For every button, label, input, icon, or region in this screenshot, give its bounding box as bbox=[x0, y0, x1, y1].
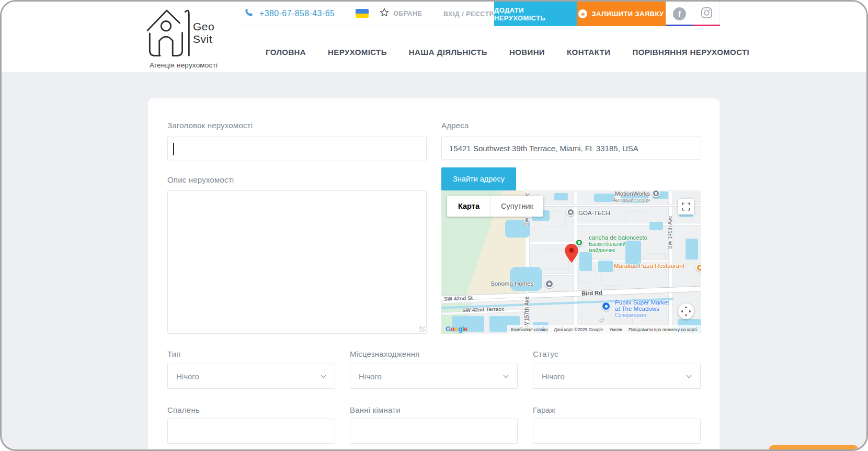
poi-goatech[interactable]: GOA-TECH bbox=[578, 210, 610, 216]
nav-item-properties[interactable]: НЕРУХОМІСТЬ bbox=[328, 48, 387, 57]
map-type-satellite-button[interactable]: Супутник bbox=[491, 196, 543, 217]
flag-blue-band bbox=[356, 9, 369, 14]
google-map[interactable]: Bird Rd SW 42nd St SW 42nd Terrace SW 14… bbox=[441, 190, 701, 334]
main-nav: ГОЛОВНА НЕРУХОМІСТЬ НАША ДІЯЛЬНІСТЬ НОВИ… bbox=[266, 48, 749, 57]
map-water bbox=[510, 267, 542, 291]
leave-request-button[interactable]: + ЗАЛИШИТИ ЗАЯВКУ bbox=[577, 2, 666, 26]
map-water bbox=[649, 222, 663, 230]
address-label: Адреса bbox=[441, 121, 469, 130]
nav-item-activity[interactable]: НАША ДІЯЛЬНІСТЬ bbox=[409, 48, 487, 57]
house-person-logo-icon bbox=[144, 4, 192, 62]
map-water bbox=[579, 252, 592, 271]
nav-item-compare[interactable]: ПОРІВНЯННЯ НЕРУХОМОСТІ bbox=[632, 48, 749, 57]
facebook-underline bbox=[666, 25, 693, 26]
add-property-form-card: Заголовок нерухомості Опис нерухомості А… bbox=[148, 98, 719, 451]
poi-publix[interactable]: Publix Super Market at The Meadows Супер… bbox=[615, 299, 669, 318]
pan-control-button[interactable] bbox=[678, 303, 694, 319]
location-label: Місцезнаходження bbox=[350, 349, 420, 358]
bedrooms-input[interactable] bbox=[167, 419, 335, 444]
chat-widget-button[interactable]: Написати /Connect bbox=[769, 445, 858, 451]
publix-marker-icon[interactable] bbox=[601, 301, 611, 311]
nav-item-news[interactable]: НОВИНИ bbox=[509, 48, 545, 57]
map-building bbox=[581, 309, 602, 324]
google-logo[interactable]: Google bbox=[446, 325, 467, 333]
instagram-icon bbox=[701, 7, 713, 21]
brand-logo[interactable]: Geo Svit bbox=[144, 4, 214, 62]
textarea-resize-handle[interactable] bbox=[419, 326, 425, 332]
description-textarea[interactable] bbox=[167, 190, 427, 334]
instagram-underline bbox=[693, 25, 720, 26]
chevron-down-icon bbox=[686, 375, 692, 378]
keyboard-shortcuts-button[interactable]: Комбінації клавіш bbox=[511, 327, 548, 332]
report-error-link[interactable]: Повідомити про помилку на карті bbox=[629, 327, 697, 332]
map-water bbox=[594, 194, 615, 202]
nav-item-home[interactable]: ГОЛОВНА bbox=[266, 48, 306, 57]
goatech-marker-icon[interactable] bbox=[567, 208, 575, 216]
location-select-value: Нічого bbox=[359, 372, 382, 381]
map-data-text: Дані карт ©2025 Google bbox=[554, 327, 603, 332]
facebook-link[interactable]: f bbox=[666, 2, 693, 26]
address-input[interactable] bbox=[441, 137, 701, 160]
chevron-down-icon bbox=[503, 375, 509, 378]
garage-label: Гараж bbox=[533, 405, 555, 414]
instagram-link[interactable] bbox=[693, 2, 720, 26]
street-label-bird-rd: Bird Rd bbox=[581, 289, 602, 297]
bedrooms-label: Спалень bbox=[167, 405, 200, 414]
property-pin-icon[interactable] bbox=[565, 244, 578, 265]
poi-marakas[interactable]: Marakas Pizza Restaurant bbox=[614, 263, 684, 269]
brand-tagline: Агенція нерухомості bbox=[150, 61, 218, 69]
map-attribution: Комбінації клавіш Дані карт ©2025 Google… bbox=[507, 325, 701, 334]
nav-item-contacts[interactable]: КОНТАКТИ bbox=[567, 48, 610, 57]
map-building bbox=[625, 211, 646, 224]
street-label-sw42st: SW 42nd St bbox=[444, 295, 473, 302]
garage-input[interactable] bbox=[533, 419, 701, 444]
plus-icon: + bbox=[578, 9, 587, 18]
type-select-value: Нічого bbox=[176, 372, 199, 381]
language-flag-ukraine[interactable] bbox=[356, 9, 369, 18]
street-label-sw149: SW 149th Ave bbox=[667, 216, 673, 249]
marakas-marker-icon[interactable] bbox=[696, 264, 701, 272]
chevron-down-icon bbox=[321, 375, 326, 378]
text-caret bbox=[173, 143, 174, 155]
poi-cancha[interactable]: cancha de baloncesto Баскетбольний майда… bbox=[589, 234, 647, 253]
type-select[interactable]: Нічого bbox=[167, 364, 335, 389]
bathrooms-label: Ванні кімнати bbox=[350, 405, 401, 414]
find-address-button[interactable]: Знайти адресу bbox=[441, 167, 516, 190]
map-water bbox=[686, 239, 698, 260]
title-input[interactable] bbox=[167, 137, 427, 161]
terms-link[interactable]: Умови bbox=[609, 327, 622, 332]
site-header: Geo Svit Агенція нерухомості +380-67-858… bbox=[2, 2, 866, 72]
map-road bbox=[529, 204, 701, 207]
favorites-link[interactable]: ОБРАНЕ bbox=[380, 8, 422, 19]
poi-motionworks[interactable]: MotionWorks Автомайстерня bbox=[613, 190, 650, 203]
brand-name: Geo Svit bbox=[193, 20, 214, 46]
type-label: Тип bbox=[167, 349, 181, 358]
fullscreen-icon bbox=[681, 202, 691, 211]
pan-arrows-icon bbox=[680, 306, 692, 317]
status-select[interactable]: Нічого bbox=[533, 364, 701, 389]
topbar-divider bbox=[239, 26, 494, 26]
sonoma-marker-icon[interactable] bbox=[545, 279, 554, 288]
map-type-map-button[interactable]: Карта bbox=[447, 196, 491, 217]
favorites-label: ОБРАНЕ bbox=[393, 10, 422, 17]
title-label: Заголовок нерухомості bbox=[167, 121, 253, 130]
location-select[interactable]: Нічого bbox=[350, 364, 518, 389]
browser-window: Geo Svit Агенція нерухомості +380-67-858… bbox=[0, 0, 868, 451]
map-water bbox=[554, 193, 568, 200]
phone-number: +380-67-858-43-65 bbox=[259, 9, 335, 18]
add-property-button[interactable]: ДОДАТИ НЕРУХОМІСТЬ bbox=[494, 2, 577, 26]
leave-request-label: ЗАЛИШИТИ ЗАЯВКУ bbox=[591, 10, 664, 18]
facebook-icon: f bbox=[673, 7, 686, 20]
map-type-control: Карта Супутник bbox=[447, 196, 543, 217]
phone-link[interactable]: +380-67-858-43-65 bbox=[244, 7, 335, 20]
map-building bbox=[601, 270, 622, 286]
flag-yellow-band bbox=[356, 14, 369, 18]
status-select-value: Нічого bbox=[542, 372, 565, 381]
phone-icon bbox=[244, 7, 254, 20]
bathrooms-input[interactable] bbox=[350, 419, 518, 444]
poi-sonoma[interactable]: Sonoma Homes bbox=[490, 280, 533, 287]
map-water bbox=[598, 261, 613, 272]
fullscreen-button[interactable] bbox=[678, 199, 694, 215]
star-icon bbox=[380, 8, 389, 19]
map-road bbox=[575, 223, 701, 226]
